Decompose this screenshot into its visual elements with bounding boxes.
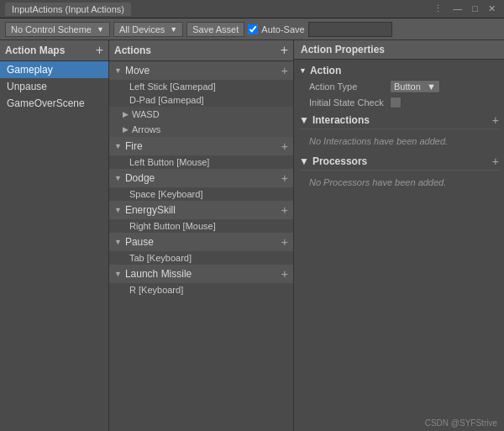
launch-missile-label: Launch Missile [125,268,192,280]
arrows-label: Arrows [132,124,160,134]
move-label: Move [125,65,150,76]
dodge-add-button[interactable]: + [281,171,288,185]
binding-right-button-mouse[interactable]: Right Button [Mouse] [109,219,293,233]
action-section-header: ▼ Action [299,65,499,76]
action-group-dodge: ▼ Dodge + Space [Keyboard] [109,169,293,201]
dots-icon[interactable]: ⋮ [430,3,446,15]
binding-dpad-gamepad[interactable]: D-Pad [Gamepad] [109,93,293,107]
processors-section-divider: ▼ Processors + [299,155,499,171]
fire-add-button[interactable]: + [281,139,288,153]
devices-arrow-icon: ▼ [170,25,177,34]
processors-add-button[interactable]: + [492,155,499,168]
actions-panel: Actions + ▼ Move + Left Stick [Gamepad] … [109,40,294,431]
action-group-move-header[interactable]: ▼ Move + [109,61,293,80]
initial-state-label: Initial State Check [309,97,385,108]
action-map-list: Gameplay Unpause GameOverScene [0,61,108,431]
devices-dropdown[interactable]: All Devices ▼ [113,22,183,37]
action-map-item-gameplay[interactable]: Gameplay [0,61,108,78]
move-add-button[interactable]: + [281,64,288,77]
action-maps-header: Action Maps + [0,40,108,61]
energyskill-expand-icon: ▼ [114,206,122,214]
properties-panel: Action Properties ▼ Action Action Type B… [294,40,504,431]
action-map-item-gameoverscene[interactable]: GameOverScene [0,95,108,112]
actions-header: Actions + [109,40,293,61]
maximize-button[interactable]: □ [469,3,481,15]
action-maps-add-button[interactable]: + [96,44,103,57]
binding-left-button-mouse[interactable]: Left Button [Mouse] [109,155,293,169]
watermark: CSDN @SYFStrive [425,418,497,428]
minimize-button[interactable]: — [449,3,465,15]
action-maps-panel: Action Maps + Gameplay Unpause GameOverS… [0,40,109,431]
close-button[interactable]: ✕ [485,3,499,15]
binding-wasd-header[interactable]: ▶ WASD [109,107,293,122]
search-input[interactable] [308,22,392,37]
action-group-pause: ▼ Pause + Tab [Keyboard] [109,233,293,265]
processors-section-header: ▼ Processors [299,155,367,167]
dodge-label: Dodge [125,172,155,184]
action-group-energyskill: ▼ EnergySkill + Right Button [Mouse] [109,201,293,233]
dodge-expand-icon: ▼ [114,174,122,182]
move-expand-icon: ▼ [114,66,122,75]
action-type-label: Action Type [309,81,385,92]
interactions-section-title: Interactions [312,114,370,126]
action-expand-icon: ▼ [299,66,307,75]
action-maps-title: Action Maps [5,45,65,56]
action-group-launch-missile-header[interactable]: ▼ Launch Missile + [109,265,293,283]
main-content: Action Maps + Gameplay Unpause GameOverS… [0,40,504,431]
title-bar-controls: ⋮ — □ ✕ [430,3,499,15]
auto-save-label: Auto-Save [248,24,304,34]
pause-label: Pause [125,236,154,248]
action-group-dodge-header[interactable]: ▼ Dodge + [109,169,293,187]
pause-expand-icon: ▼ [114,238,122,246]
interactions-expand-icon: ▼ [299,114,309,126]
binding-left-stick-gamepad[interactable]: Left Stick [Gamepad] [109,80,293,93]
actions-title: Actions [114,45,151,56]
action-group-fire: ▼ Fire + Left Button [Mouse] [109,137,293,169]
pause-add-button[interactable]: + [281,235,288,249]
action-group-fire-header[interactable]: ▼ Fire + [109,137,293,155]
properties-content: ▼ Action Action Type Button ▼ Initial St… [294,60,504,431]
arrows-expand-icon: ▶ [123,125,129,134]
control-scheme-dropdown[interactable]: No Control Scheme ▼ [5,22,110,37]
action-section-title: Action [310,65,341,76]
wasd-label: WASD [132,109,160,119]
save-asset-button[interactable]: Save Asset [186,22,244,37]
interactions-section-header: ▼ Interactions [299,114,370,126]
action-map-item-unpause[interactable]: Unpause [0,78,108,95]
interactions-add-button[interactable]: + [492,113,499,127]
window-title: InputActions (Input Actions) [5,3,131,16]
processors-empty-text: No Processors have been added. [299,174,499,191]
action-type-dropdown[interactable]: Button ▼ [390,80,440,93]
action-group-pause-header[interactable]: ▼ Pause + [109,233,293,251]
interactions-empty-text: No Interactions have been added. [299,133,499,150]
interactions-section-divider: ▼ Interactions + [299,113,499,129]
actions-add-button[interactable]: + [281,44,288,57]
control-scheme-arrow-icon: ▼ [97,25,104,34]
action-group-energyskill-header[interactable]: ▼ EnergySkill + [109,201,293,219]
launch-missile-add-button[interactable]: + [281,267,288,281]
action-group-launch-missile: ▼ Launch Missile + R [Keyboard] [109,265,293,297]
title-bar-left: InputActions (Input Actions) [5,3,131,16]
binding-tab-keyboard[interactable]: Tab [Keyboard] [109,251,293,265]
fire-label: Fire [125,140,143,152]
binding-space-keyboard[interactable]: Space [Keyboard] [109,187,293,201]
initial-state-checkbox[interactable] [390,97,402,108]
toolbar: No Control Scheme ▼ All Devices ▼ Save A… [0,18,504,40]
auto-save-checkbox[interactable] [248,24,258,34]
launch-missile-expand-icon: ▼ [114,270,122,278]
action-group-move: ▼ Move + Left Stick [Gamepad] D-Pad [Gam… [109,61,293,137]
initial-state-row: Initial State Check [299,97,499,108]
energyskill-label: EnergySkill [125,204,176,216]
action-type-row: Action Type Button ▼ [299,80,499,93]
binding-arrows-header[interactable]: ▶ Arrows [109,122,293,137]
fire-expand-icon: ▼ [114,142,122,150]
devices-label: All Devices [119,24,165,34]
title-bar: InputActions (Input Actions) ⋮ — □ ✕ [0,0,504,18]
properties-header: Action Properties [294,40,504,60]
action-type-arrow-icon: ▼ [427,81,436,92]
energyskill-add-button[interactable]: + [281,203,288,217]
actions-list: ▼ Move + Left Stick [Gamepad] D-Pad [Gam… [109,61,293,431]
action-type-value: Button [394,81,421,92]
wasd-expand-icon: ▶ [123,110,129,118]
binding-r-keyboard[interactable]: R [Keyboard] [109,283,293,297]
